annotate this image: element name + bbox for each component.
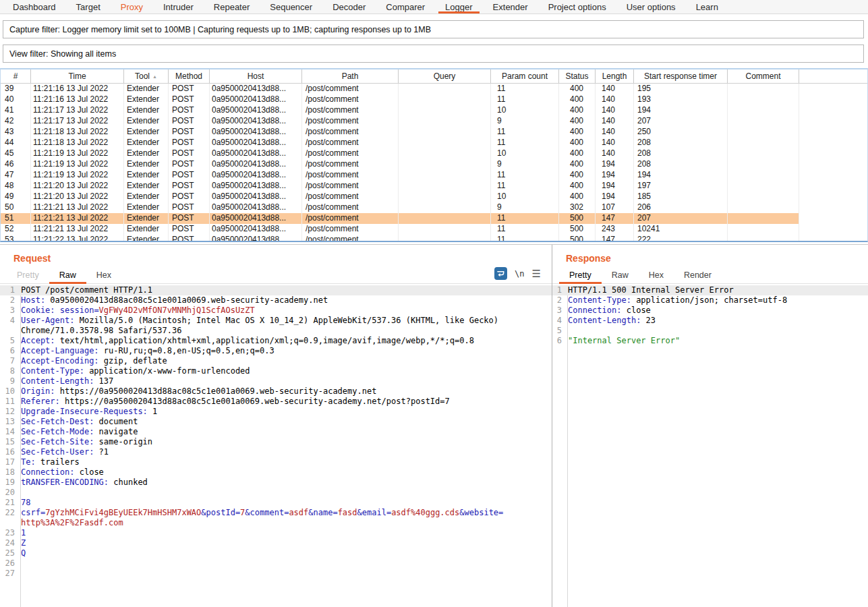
response-tab-hex[interactable]: Hex — [639, 268, 674, 284]
cell-host: 0a9500020413d88... — [210, 181, 302, 192]
cell-tool: Extender — [124, 159, 169, 170]
column-header-start-response-timer[interactable]: Start response timer — [634, 69, 728, 83]
column-header-method[interactable]: Method — [169, 69, 210, 83]
cell-id: 45 — [1, 148, 31, 159]
cell-length: 140 — [596, 138, 634, 148]
cell-tool: Extender — [124, 138, 169, 148]
column-header-host[interactable]: Host — [210, 69, 302, 83]
table-row[interactable]: 4511:21:19 13 Jul 2022ExtenderPOST0a9500… — [1, 148, 799, 159]
table-row[interactable]: 4211:21:17 13 Jul 2022ExtenderPOST0a9500… — [1, 116, 799, 127]
line-number: 9 — [0, 376, 18, 386]
table-row[interactable]: 5311:21:22 13 Jul 2022ExtenderPOST0a9500… — [1, 235, 799, 241]
response-tab-render[interactable]: Render — [674, 268, 722, 284]
request-editor[interactable]: 1POST /post/comment HTTP/1.12Host: 0a950… — [0, 285, 552, 607]
top-tab-learn[interactable]: Learn — [686, 0, 728, 13]
response-tab-pretty[interactable]: Pretty — [559, 268, 602, 284]
cell-host: 0a9500020413d88... — [210, 170, 302, 181]
column-header-time[interactable]: Time — [31, 69, 124, 83]
cell-status: 500 — [559, 213, 596, 224]
response-tab-raw[interactable]: Raw — [602, 268, 639, 284]
line-number: 16 — [0, 447, 18, 457]
cell-length: 194 — [596, 170, 634, 181]
request-tab-raw[interactable]: Raw — [49, 268, 86, 284]
top-tab-decoder[interactable]: Decoder — [322, 0, 376, 13]
line-content: Te: trailers — [18, 457, 552, 467]
cell-start-response-timer: 208 — [634, 138, 728, 148]
cell-length: 107 — [596, 202, 634, 213]
response-editor[interactable]: 1HTTP/1.1 500 Internal Server Error2Cont… — [552, 285, 868, 607]
table-row[interactable]: 4911:21:20 13 Jul 2022ExtenderPOST0a9500… — [1, 192, 799, 202]
top-tab-extender[interactable]: Extender — [483, 0, 538, 13]
cell-length: 140 — [596, 148, 634, 159]
column-header-path[interactable]: Path — [302, 69, 399, 83]
column-header-num[interactable]: # — [1, 69, 31, 83]
column-header-status[interactable]: Status — [559, 69, 596, 83]
cell-path: /post/comment — [302, 170, 399, 181]
table-body[interactable]: 3911:21:16 13 Jul 2022ExtenderPOST0a9500… — [1, 84, 867, 241]
cell-host: 0a9500020413d88... — [210, 202, 302, 213]
cell-host: 0a9500020413d88... — [210, 84, 302, 94]
capture-filter-bar[interactable]: Capture filter: Logger memory limit set … — [3, 20, 864, 38]
column-header-comment[interactable]: Comment — [728, 69, 799, 83]
line-content: "Internal Server Error" — [565, 336, 868, 346]
column-header-tool[interactable]: Tool▲ — [124, 69, 169, 83]
top-tab-intruder[interactable]: Intruder — [153, 0, 204, 13]
table-row[interactable]: 4611:21:19 13 Jul 2022ExtenderPOST0a9500… — [1, 159, 799, 170]
table-row[interactable]: 4811:21:20 13 Jul 2022ExtenderPOST0a9500… — [1, 181, 799, 192]
table-row[interactable]: 5011:21:21 13 Jul 2022ExtenderPOST0a9500… — [1, 202, 799, 213]
cell-host: 0a9500020413d88... — [210, 148, 302, 159]
table-row[interactable]: 4311:21:18 13 Jul 2022ExtenderPOST0a9500… — [1, 127, 799, 138]
request-line: 27 — [0, 569, 552, 579]
response-line: 2Content-Type: application/json; charset… — [552, 295, 868, 306]
cell-method: POST — [169, 159, 210, 170]
cell-host: 0a9500020413d88... — [210, 159, 302, 170]
line-content: Accept-Language: ru-RU,ru;q=0.8,en-US;q=… — [18, 346, 552, 356]
column-header-param-count[interactable]: Param count — [491, 69, 559, 83]
cell-method: POST — [169, 84, 210, 94]
top-tab-project-options[interactable]: Project options — [538, 0, 616, 13]
line-number: 3 — [552, 306, 565, 316]
top-tab-user-options[interactable]: User options — [616, 0, 686, 13]
table-row[interactable]: 4111:21:17 13 Jul 2022ExtenderPOST0a9500… — [1, 105, 799, 116]
table-row[interactable]: 3911:21:16 13 Jul 2022ExtenderPOST0a9500… — [1, 84, 799, 94]
cell-path: /post/comment — [302, 202, 399, 213]
cell-id: 50 — [1, 202, 31, 213]
line-content — [18, 488, 552, 498]
cell-comment — [728, 170, 799, 181]
table-row[interactable]: 4011:21:16 13 Jul 2022ExtenderPOST0a9500… — [1, 94, 799, 105]
top-tab-comparer[interactable]: Comparer — [376, 0, 435, 13]
response-panel-title: Response — [566, 253, 868, 264]
editor-menu-icon[interactable]: ☰ — [532, 268, 541, 279]
cell-param-count: 11 — [491, 94, 559, 105]
table-row-selected[interactable]: 5111:21:21 13 Jul 2022ExtenderPOST0a9500… — [1, 213, 799, 224]
cell-param-count: 11 — [491, 235, 559, 241]
cell-param-count: 10 — [491, 148, 559, 159]
view-filter-bar[interactable]: View filter: Showing all items — [3, 45, 864, 63]
top-tab-logger[interactable]: Logger — [435, 0, 482, 13]
request-tab-pretty[interactable]: Pretty — [7, 268, 49, 284]
column-header-query[interactable]: Query — [399, 69, 491, 83]
soft-wrap-toggle-button[interactable] — [494, 267, 507, 280]
cell-status: 400 — [559, 192, 596, 202]
request-tab-hex[interactable]: Hex — [86, 268, 121, 284]
line-content: Connection: close — [565, 306, 868, 316]
cell-tool: Extender — [124, 181, 169, 192]
request-line: 22csrf=7gYzhMCiFvi4gBEyUEEk7HmHSHM7xWAO&… — [0, 508, 552, 518]
top-tab-repeater[interactable]: Repeater — [204, 0, 260, 13]
newline-indicator[interactable]: \n — [515, 269, 524, 279]
top-tab-dashboard[interactable]: Dashboard — [3, 0, 66, 13]
table-row[interactable]: 4711:21:19 13 Jul 2022ExtenderPOST0a9500… — [1, 170, 799, 181]
cell-time: 11:21:18 13 Jul 2022 — [31, 138, 124, 148]
top-tab-target[interactable]: Target — [66, 0, 111, 13]
capture-filter-label: Capture filter: Logger memory limit set … — [9, 25, 431, 34]
cell-status: 400 — [559, 159, 596, 170]
cell-status: 500 — [559, 235, 596, 241]
cell-length: 194 — [596, 192, 634, 202]
top-tab-sequencer[interactable]: Sequencer — [260, 0, 322, 13]
line-number: 4 — [0, 316, 18, 326]
column-header-length[interactable]: Length — [596, 69, 634, 83]
table-row[interactable]: 5211:21:21 13 Jul 2022ExtenderPOST0a9500… — [1, 224, 799, 235]
table-row[interactable]: 4411:21:18 13 Jul 2022ExtenderPOST0a9500… — [1, 138, 799, 148]
top-tab-proxy[interactable]: Proxy — [111, 0, 153, 13]
line-number: 20 — [0, 488, 18, 498]
